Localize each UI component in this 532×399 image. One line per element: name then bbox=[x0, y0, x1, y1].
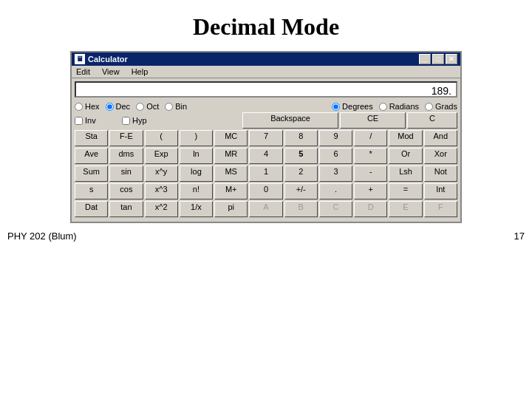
9-button[interactable]: 9 bbox=[319, 130, 352, 146]
button-row-4: s cos x^3 n! M+ 0 +/- . + = Int bbox=[75, 183, 457, 200]
tan-button[interactable]: tan bbox=[109, 201, 143, 217]
mul-button[interactable]: * bbox=[354, 148, 387, 164]
nfact-button[interactable]: n! bbox=[180, 183, 213, 200]
calc-body: Hex Dec Oct Bin Degrees Radians bbox=[72, 99, 460, 222]
ln-button[interactable]: ln bbox=[180, 148, 213, 164]
mod-button[interactable]: Mod bbox=[389, 130, 422, 146]
fe-button[interactable]: F-E bbox=[109, 130, 143, 146]
mode-radio-row: Hex Dec Oct Bin Degrees Radians bbox=[75, 100, 457, 112]
calc-icon: 🖩 bbox=[75, 54, 85, 64]
exp-button[interactable]: Exp bbox=[145, 148, 178, 164]
c-button[interactable]: C bbox=[407, 112, 457, 129]
titlebar-left: 🖩 Calculator bbox=[75, 54, 128, 64]
maximize-button[interactable]: □ bbox=[432, 54, 444, 64]
ce-button[interactable]: CE bbox=[340, 112, 406, 129]
close-button[interactable]: ✕ bbox=[446, 54, 457, 64]
radio-bin[interactable]: Bin bbox=[165, 102, 187, 111]
E-button: E bbox=[389, 201, 422, 217]
cos-button[interactable]: cos bbox=[109, 183, 143, 200]
backspace-button[interactable]: Backspace bbox=[242, 112, 338, 129]
radio-hex[interactable]: Hex bbox=[75, 102, 100, 111]
radio-dec[interactable]: Dec bbox=[106, 102, 131, 111]
rparen-button[interactable]: ) bbox=[180, 130, 213, 146]
button-row-1: Sta F-E ( ) MC 7 8 9 / Mod And bbox=[75, 130, 457, 146]
s-button[interactable]: s bbox=[75, 183, 108, 200]
footer-left: PHY 202 (Blum) bbox=[7, 231, 77, 242]
dat-button[interactable]: Dat bbox=[75, 201, 108, 217]
sum-button[interactable]: Sum bbox=[75, 166, 108, 182]
xsq-button[interactable]: x^2 bbox=[145, 201, 178, 217]
log-button[interactable]: log bbox=[180, 166, 213, 182]
8-button[interactable]: 8 bbox=[284, 130, 318, 146]
mplus-button[interactable]: M+ bbox=[214, 183, 248, 200]
inv-checkbox[interactable] bbox=[75, 117, 83, 125]
sin-button[interactable]: sin bbox=[109, 166, 143, 182]
recip-button[interactable]: 1/x bbox=[180, 201, 213, 217]
C-button: C bbox=[319, 201, 352, 217]
xpowy-button[interactable]: x^y bbox=[145, 166, 178, 182]
5-button[interactable]: 5 bbox=[284, 148, 318, 164]
not-button[interactable]: Not bbox=[424, 166, 457, 182]
dms-button[interactable]: dms bbox=[109, 148, 143, 164]
radio-oct[interactable]: Oct bbox=[136, 102, 159, 111]
sta-button[interactable]: Sta bbox=[75, 130, 108, 146]
page-title: Decimal Mode bbox=[0, 0, 532, 51]
6-button[interactable]: 6 bbox=[319, 148, 352, 164]
menu-edit[interactable]: Edit bbox=[75, 67, 92, 76]
xor-button[interactable]: Xor bbox=[424, 148, 457, 164]
F-button: F bbox=[424, 201, 457, 217]
div-button[interactable]: / bbox=[354, 130, 387, 146]
0-button[interactable]: 0 bbox=[249, 183, 282, 200]
xcubed-button[interactable]: x^3 bbox=[145, 183, 178, 200]
ms-button[interactable]: MS bbox=[214, 166, 248, 182]
radio-degrees[interactable]: Degrees bbox=[332, 102, 373, 111]
4-button[interactable]: 4 bbox=[249, 148, 282, 164]
calculator-window: 🖩 Calculator _ □ ✕ Edit View Help 189. H… bbox=[70, 51, 462, 223]
footer-right: 17 bbox=[514, 231, 525, 242]
titlebar-controls: _ □ ✕ bbox=[419, 54, 457, 64]
mr-button[interactable]: MR bbox=[214, 148, 248, 164]
ave-button[interactable]: Ave bbox=[75, 148, 108, 164]
menubar: Edit View Help bbox=[72, 66, 460, 78]
menu-view[interactable]: View bbox=[100, 67, 121, 76]
bottom-bar: PHY 202 (Blum) 17 bbox=[0, 223, 532, 242]
inv-hyp-row: Inv Hyp Backspace CE C bbox=[75, 112, 457, 129]
pi-button[interactable]: pi bbox=[214, 201, 248, 217]
hyp-checkbox[interactable] bbox=[122, 117, 130, 125]
sub-button[interactable]: - bbox=[354, 166, 387, 182]
titlebar-title: Calculator bbox=[88, 55, 128, 64]
button-row-3: Sum sin x^y log MS 1 2 3 - Lsh Not bbox=[75, 166, 457, 182]
int-button[interactable]: Int bbox=[424, 183, 457, 200]
2-button[interactable]: 2 bbox=[284, 166, 318, 182]
button-row-2: Ave dms Exp ln MR 4 5 6 * Or Xor bbox=[75, 148, 457, 164]
1-button[interactable]: 1 bbox=[249, 166, 282, 182]
hyp-checkbox-group: Hyp bbox=[122, 116, 168, 125]
titlebar: 🖩 Calculator _ □ ✕ bbox=[72, 52, 460, 66]
menu-help[interactable]: Help bbox=[130, 67, 150, 76]
dot-button[interactable]: . bbox=[319, 183, 352, 200]
mc-button[interactable]: MC bbox=[214, 130, 248, 146]
plusminus-button[interactable]: +/- bbox=[284, 183, 318, 200]
A-button: A bbox=[249, 201, 282, 217]
B-button: B bbox=[284, 201, 318, 217]
add-button[interactable]: + bbox=[354, 183, 387, 200]
eq-button[interactable]: = bbox=[389, 183, 422, 200]
radio-grads[interactable]: Grads bbox=[425, 102, 457, 111]
D-button: D bbox=[354, 201, 387, 217]
inv-checkbox-group: Inv bbox=[75, 116, 120, 125]
3-button[interactable]: 3 bbox=[319, 166, 352, 182]
and-button[interactable]: And bbox=[424, 130, 457, 146]
button-row-5: Dat tan x^2 1/x pi A B C D E F bbox=[75, 201, 457, 217]
radio-radians[interactable]: Radians bbox=[379, 102, 419, 111]
minimize-button[interactable]: _ bbox=[419, 54, 431, 64]
lsh-button[interactable]: Lsh bbox=[389, 166, 422, 182]
display: 189. bbox=[75, 81, 457, 98]
or-button[interactable]: Or bbox=[389, 148, 422, 164]
lparen-button[interactable]: ( bbox=[145, 130, 178, 146]
7-button[interactable]: 7 bbox=[249, 130, 282, 146]
